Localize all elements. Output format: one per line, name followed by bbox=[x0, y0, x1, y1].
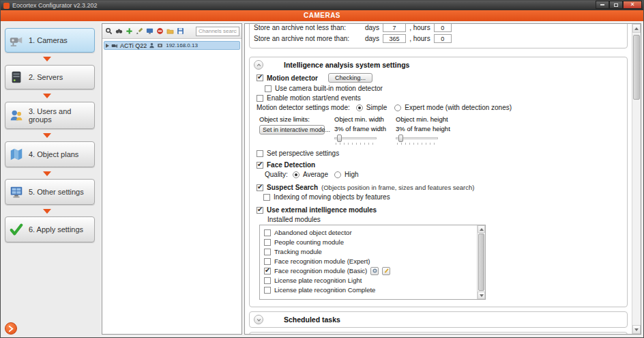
sidebar-item-label: 5. Other settings bbox=[29, 188, 84, 196]
min-height-slider[interactable] bbox=[396, 135, 438, 144]
next-step-button[interactable] bbox=[5, 322, 17, 335]
slider-thumb[interactable] bbox=[398, 135, 403, 142]
expander-icon[interactable] bbox=[106, 44, 109, 48]
save-icon[interactable] bbox=[176, 27, 185, 36]
down-arrow bbox=[43, 209, 51, 214]
minimize-button[interactable] bbox=[596, 1, 609, 9]
module-configure-button[interactable] bbox=[382, 267, 390, 275]
perspective-checkbox[interactable] bbox=[257, 150, 263, 157]
module-checkbox[interactable] bbox=[264, 239, 271, 246]
chevron-up-icon bbox=[256, 62, 262, 68]
down-arrow bbox=[43, 57, 51, 61]
module-settings-button[interactable] bbox=[370, 267, 379, 275]
scroll-up-button[interactable] bbox=[632, 24, 641, 33]
camera-icon bbox=[8, 32, 25, 48]
module-row[interactable]: Tracking module bbox=[264, 247, 473, 256]
days-label: days bbox=[365, 35, 379, 42]
module-row[interactable]: People counting module bbox=[264, 238, 473, 247]
scrollbar-thumb[interactable] bbox=[478, 234, 484, 291]
suspect-search-checkbox[interactable] bbox=[257, 184, 263, 191]
sidebar-item-other-settings[interactable]: 5. Other settings bbox=[5, 179, 95, 205]
quality-average-label: Average bbox=[303, 171, 328, 178]
map-icon bbox=[8, 146, 25, 163]
sidebar-item-object-plans[interactable]: 4. Object plans bbox=[5, 141, 95, 167]
scroll-down-button[interactable] bbox=[478, 292, 485, 299]
min-width-slider[interactable] bbox=[334, 135, 377, 144]
builtin-motion-checkbox[interactable] bbox=[265, 85, 272, 92]
module-checkbox[interactable] bbox=[264, 287, 271, 294]
archive-max-days-input[interactable] bbox=[383, 34, 406, 43]
module-row[interactable]: License plate recognition Light bbox=[264, 276, 473, 285]
close-button[interactable]: ✕ bbox=[623, 1, 642, 9]
face-detection-checkbox[interactable] bbox=[257, 162, 263, 169]
mode-simple-radio[interactable] bbox=[356, 104, 363, 111]
builtin-motion-label: Use camera built-in motion detector bbox=[275, 85, 383, 92]
indexing-checkbox[interactable] bbox=[263, 194, 270, 201]
sidebar-item-label: 6. Apply settings bbox=[29, 225, 83, 234]
suspect-search-desc: (Objects position in frame, sizes and fe… bbox=[321, 184, 474, 191]
sidebar-item-servers[interactable]: 2. Servers bbox=[5, 65, 95, 89]
motion-detector-checkbox[interactable] bbox=[257, 74, 263, 81]
sidebar-item-cameras[interactable]: 1. Cameras bbox=[5, 28, 95, 53]
scroll-up-button[interactable] bbox=[478, 225, 485, 233]
module-row[interactable]: Face recognition module (Expert) bbox=[264, 257, 473, 266]
module-row[interactable]: Face recognition module (Basic) bbox=[264, 266, 473, 275]
channel-name: ACTi Q22 bbox=[120, 42, 147, 49]
module-row[interactable]: License plate recognition Complete bbox=[264, 285, 473, 294]
add-camera-icon[interactable] bbox=[125, 27, 134, 36]
indexing-label: Indexing of moving objects by features bbox=[274, 193, 390, 201]
module-checkbox[interactable] bbox=[264, 229, 271, 236]
scrollbar-thumb[interactable] bbox=[633, 35, 640, 100]
archive-row-label: Store an archive not less than: bbox=[254, 24, 362, 31]
binoculars-icon[interactable] bbox=[115, 27, 123, 36]
expand-section-button[interactable] bbox=[254, 315, 263, 324]
modules-scrollbar[interactable] bbox=[477, 225, 485, 299]
sidebar-item-apply-settings[interactable]: 6. Apply settings bbox=[5, 216, 95, 242]
quality-average-radio[interactable] bbox=[293, 171, 299, 178]
archive-max-hours-input[interactable] bbox=[434, 34, 452, 43]
object-size-label: Object size limits: bbox=[259, 115, 325, 123]
title-bar[interactable]: Eocortex Configurator v2.3.202 ✕ bbox=[1, 1, 643, 10]
motion-events-label: Enable motion start/end events bbox=[267, 94, 361, 102]
sidebar-item-users-groups[interactable]: 3. Users and groups bbox=[5, 102, 95, 129]
module-checkbox[interactable] bbox=[264, 268, 271, 274]
user-mini-icon bbox=[149, 42, 155, 48]
channel-ip: 192.168.0.13 bbox=[166, 42, 198, 48]
sidebar-item-label: 3. Users and groups bbox=[29, 107, 91, 124]
collapse-section-button[interactable] bbox=[254, 60, 263, 70]
folder-icon[interactable] bbox=[166, 27, 175, 36]
module-checkbox[interactable] bbox=[264, 277, 271, 284]
quality-label: Quality: bbox=[265, 171, 288, 178]
quality-high-radio[interactable] bbox=[334, 171, 341, 178]
channels-search-input[interactable] bbox=[196, 27, 239, 36]
maximize-button[interactable] bbox=[609, 1, 623, 9]
installed-modules-label: Installed modules bbox=[267, 216, 321, 223]
mode-expert-label: Expert mode (with detection zones) bbox=[405, 104, 512, 111]
camera-mini-icon bbox=[111, 42, 118, 49]
gear-icon bbox=[372, 268, 378, 274]
interactive-mode-button[interactable]: Set in interactive mode... bbox=[259, 125, 325, 135]
channel-row[interactable]: ACTi Q22 192.168.0.13 bbox=[104, 41, 240, 50]
channels-toolbar bbox=[102, 24, 241, 39]
module-checkbox[interactable] bbox=[264, 249, 271, 255]
settings-scrollbar[interactable] bbox=[632, 24, 641, 334]
mode-expert-radio[interactable] bbox=[394, 104, 401, 111]
external-modules-label: Use external intelligence modules bbox=[267, 206, 377, 214]
motion-events-checkbox[interactable] bbox=[257, 95, 263, 102]
external-modules-checkbox[interactable] bbox=[257, 207, 263, 214]
app-icon bbox=[3, 3, 10, 9]
archive-min-days-input[interactable] bbox=[383, 24, 406, 32]
section-title: Intelligence analysis system settings bbox=[284, 61, 409, 69]
checking-button[interactable]: Checking... bbox=[328, 73, 372, 83]
monitor-grid-icon bbox=[8, 184, 25, 200]
channels-list[interactable]: ACTi Q22 192.168.0.13 bbox=[102, 39, 241, 334]
module-row[interactable]: Abandoned object detector bbox=[264, 228, 473, 237]
scroll-down-button[interactable] bbox=[632, 325, 641, 334]
slider-thumb[interactable] bbox=[337, 135, 342, 142]
remove-icon[interactable] bbox=[156, 27, 164, 36]
monitor-icon[interactable] bbox=[145, 27, 154, 36]
module-checkbox[interactable] bbox=[264, 258, 271, 265]
edit-icon[interactable] bbox=[135, 27, 144, 36]
archive-min-hours-input[interactable] bbox=[434, 24, 452, 32]
search-icon[interactable] bbox=[104, 27, 113, 36]
